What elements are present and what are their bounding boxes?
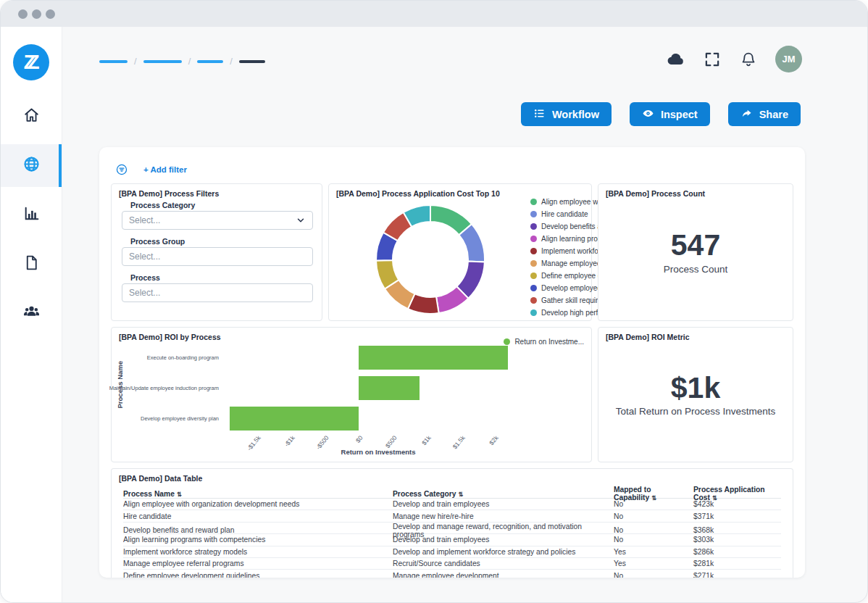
table-column-header[interactable]: Process Name⇅ bbox=[123, 490, 393, 498]
avatar[interactable]: JM bbox=[775, 46, 802, 72]
sidebar-item-documents[interactable] bbox=[1, 243, 62, 286]
table-column-header[interactable]: Process Application Cost⇅ bbox=[693, 486, 781, 502]
legend-label: Return on Investme... bbox=[514, 338, 584, 346]
table-cell: Recruit/Source candidates bbox=[393, 560, 614, 567]
chevron-down-icon bbox=[296, 215, 306, 225]
process-filters-title: [BPA Demo] Process Filters bbox=[119, 189, 219, 198]
legend-dot bbox=[504, 338, 510, 345]
table-cell: $368k bbox=[693, 526, 781, 534]
topbar-icons: JM bbox=[667, 46, 802, 72]
roi-chart-card: [BPA Demo] ROI by Process Return on Inve… bbox=[111, 327, 592, 462]
breadcrumb-separator: / bbox=[188, 57, 191, 66]
breadcrumb-segment[interactable] bbox=[99, 60, 128, 63]
x-axis-tick: $500 bbox=[384, 434, 398, 449]
table-row[interactable]: Implement workforce strategy modelsDevel… bbox=[123, 546, 781, 558]
legend-dot bbox=[530, 211, 537, 217]
sidebar-item-processes[interactable] bbox=[1, 144, 62, 187]
table-row[interactable]: Develop benefits and reward planDevelop … bbox=[123, 523, 781, 534]
roi-chart-legend[interactable]: Return on Investme... bbox=[504, 338, 584, 346]
process-group-value: Select... bbox=[129, 251, 160, 262]
inspect-button[interactable]: Inspect bbox=[630, 102, 710, 126]
share-button[interactable]: Share bbox=[728, 102, 801, 126]
process-count-label: Process Count bbox=[664, 264, 728, 275]
table-cell: Develop and implement workforce strategy… bbox=[393, 548, 614, 556]
process-label: Process bbox=[130, 273, 160, 282]
bar-chart-icon bbox=[22, 204, 41, 225]
globe-icon bbox=[22, 155, 41, 176]
sidebar: ZZ bbox=[1, 27, 62, 602]
roi-bar[interactable] bbox=[230, 407, 359, 431]
process-category-value: Select... bbox=[129, 215, 160, 225]
window-control-dot[interactable] bbox=[32, 9, 41, 19]
breadcrumb-segment[interactable] bbox=[239, 60, 265, 63]
breadcrumb-segment[interactable] bbox=[197, 60, 223, 63]
fullscreen-icon[interactable] bbox=[703, 50, 722, 69]
column-label: Process Category bbox=[393, 490, 456, 498]
share-button-label: Share bbox=[759, 109, 788, 120]
window-control-dot[interactable] bbox=[18, 9, 28, 19]
app-logo[interactable]: ZZ bbox=[13, 44, 49, 80]
legend-label: Hire candidate bbox=[541, 210, 588, 218]
table-cell: Manage new hire/re-hire bbox=[393, 512, 614, 520]
table-column-header[interactable]: Process Category⇅ bbox=[393, 490, 614, 498]
window-titlebar bbox=[1, 1, 867, 27]
table-cell: Implement workforce strategy models bbox=[123, 548, 393, 556]
table-row[interactable]: Manage employee referral programsRecruit… bbox=[123, 558, 781, 570]
x-axis-tick: $2k bbox=[488, 434, 500, 446]
table-column-header[interactable]: Mapped to Capability⇅ bbox=[614, 486, 693, 502]
table-cell: Develop benefits and reward plan bbox=[123, 526, 393, 534]
table-cell: Manage employee development bbox=[393, 572, 614, 578]
breadcrumb-segment[interactable] bbox=[143, 60, 182, 63]
home-icon bbox=[22, 106, 41, 127]
table-row[interactable]: Define employee development guidelinesMa… bbox=[123, 570, 781, 578]
add-filter-link[interactable]: + Add filter bbox=[143, 165, 187, 174]
breadcrumb: /// bbox=[99, 57, 265, 66]
legend-dot bbox=[530, 236, 537, 242]
roi-chart-x-axis-label: Return on Investments bbox=[306, 448, 451, 456]
filter-bar: + Add filter bbox=[115, 163, 187, 176]
window-controls bbox=[18, 9, 55, 19]
table-row[interactable]: Hire candidateManage new hire/re-hireNo$… bbox=[123, 510, 781, 522]
table-cell: $423k bbox=[693, 500, 781, 508]
table-row[interactable]: Align learning programs with competencie… bbox=[123, 534, 781, 546]
sidebar-item-home[interactable] bbox=[1, 95, 62, 138]
column-label: Process Application Cost bbox=[693, 486, 765, 502]
table-cell: No bbox=[614, 526, 693, 534]
sidebar-item-analytics[interactable] bbox=[1, 194, 62, 236]
table-cell: $281k bbox=[693, 560, 781, 567]
filter-icon[interactable] bbox=[115, 163, 128, 176]
sidebar-item-users[interactable] bbox=[1, 292, 62, 335]
eye-icon bbox=[642, 107, 654, 122]
workflow-button[interactable]: Workflow bbox=[521, 102, 612, 126]
roi-bar[interactable] bbox=[359, 346, 508, 370]
process-category-label: Process Category bbox=[130, 201, 195, 209]
process-filters-card: [BPA Demo] Process Filters Process Categ… bbox=[111, 183, 322, 321]
process-select[interactable]: Select... bbox=[122, 283, 313, 302]
process-group-select[interactable]: Select... bbox=[122, 247, 313, 266]
roi-bar[interactable] bbox=[359, 376, 420, 400]
process-group-label: Process Group bbox=[130, 237, 185, 246]
users-icon bbox=[22, 303, 41, 324]
table-row[interactable]: Align employee with organization develop… bbox=[123, 499, 781, 510]
table-header-row: Process Name⇅Process Category⇅Mapped to … bbox=[123, 486, 781, 499]
app-window: ZZ /// JM Workflow Inspect Share bbox=[0, 0, 868, 603]
window-control-dot[interactable] bbox=[46, 9, 55, 19]
roi-metric-label: Total Return on Process Investments bbox=[616, 406, 776, 417]
roi-metric-card: [BPA Demo] ROI Metric $1k Total Return o… bbox=[598, 327, 793, 462]
table-cell: Define employee development guidelines bbox=[123, 572, 393, 578]
document-icon bbox=[22, 254, 41, 275]
table-cell: Align employee with organization develop… bbox=[123, 500, 393, 508]
dashboard-content: + Add filter [BPA Demo] Process Filters … bbox=[99, 147, 805, 578]
cloud-icon[interactable] bbox=[667, 50, 685, 69]
table-cell: No bbox=[614, 536, 693, 544]
process-category-select[interactable]: Select... bbox=[122, 211, 313, 230]
table-cell: Align learning programs with competencie… bbox=[123, 536, 393, 544]
bar-category-label: Execute on-boarding program bbox=[147, 346, 219, 370]
inspect-button-label: Inspect bbox=[661, 109, 698, 120]
application-cost-chart-card: [BPA Demo] Process Application Cost Top … bbox=[328, 183, 592, 321]
share-icon bbox=[740, 107, 753, 122]
notifications-icon[interactable] bbox=[739, 50, 758, 69]
process-count-value: 547 bbox=[671, 230, 720, 261]
column-label: Mapped to Capability bbox=[614, 486, 651, 502]
workflow-button-label: Workflow bbox=[552, 109, 599, 120]
